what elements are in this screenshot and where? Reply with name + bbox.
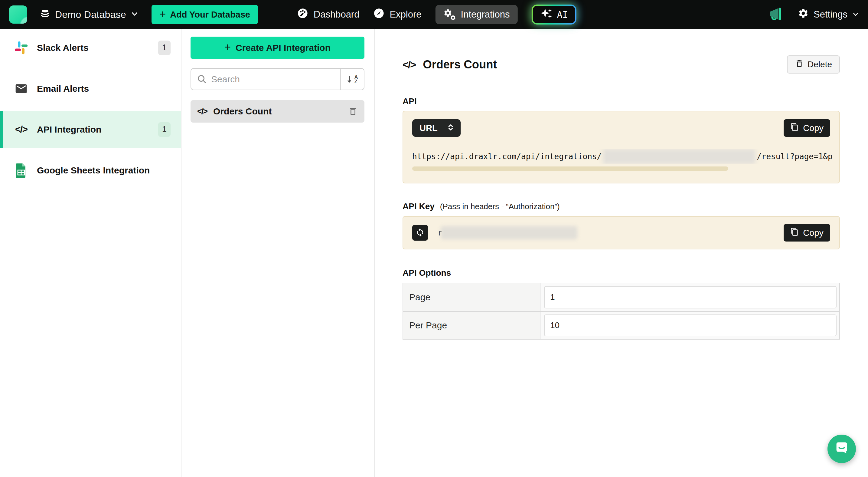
sidebar-item-google-sheets[interactable]: Google Sheets Integration xyxy=(0,152,181,189)
navbar-right: Settings xyxy=(769,7,859,22)
chat-bubble-icon xyxy=(834,440,849,457)
database-switcher[interactable]: Demo Database xyxy=(40,9,138,20)
nav-explore[interactable]: Explore xyxy=(373,8,421,21)
sidebar-item-api-integration[interactable]: </> API Integration 1 xyxy=(0,111,181,148)
database-icon xyxy=(40,9,50,20)
api-key-panel: r Copy xyxy=(403,216,840,249)
nav-integrations[interactable]: Integrations xyxy=(435,5,518,24)
delete-label: Delete xyxy=(807,60,832,69)
url-type-select[interactable]: URL xyxy=(412,119,461,137)
search-input[interactable] xyxy=(211,74,340,84)
count-badge: 1 xyxy=(158,122,170,137)
copy-icon xyxy=(790,123,799,133)
sort-az-letters: AZ xyxy=(354,75,358,84)
detail-header: </> Orders Count Delete xyxy=(403,55,840,73)
sidebar-item-label: Slack Alerts xyxy=(37,43,89,53)
table-row: Page xyxy=(403,283,839,311)
copy-url-button[interactable]: Copy xyxy=(784,119,830,137)
nav-ai-label: AI xyxy=(557,9,568,20)
chat-launcher[interactable] xyxy=(828,435,856,463)
sort-az-button[interactable]: AZ xyxy=(341,69,364,90)
integration-list-panel: + Create API Integration xyxy=(182,29,375,477)
sparkles-icon xyxy=(540,7,552,22)
add-database-label: Add Your Database xyxy=(170,10,250,20)
settings-label: Settings xyxy=(813,9,847,20)
api-key-section: API Key (Pass in headers - “Authorizatio… xyxy=(403,202,840,249)
redacted-api-key xyxy=(441,226,577,239)
settings-menu[interactable]: Settings xyxy=(798,8,859,21)
api-section-label: API xyxy=(403,96,840,106)
search-box: AZ xyxy=(190,68,365,90)
trash-icon xyxy=(795,59,804,70)
plus-icon: + xyxy=(159,9,166,20)
table-row: Per Page xyxy=(403,311,839,339)
page-layout: Slack Alerts 1 Email Alerts </> API Inte… xyxy=(0,29,868,477)
code-icon: </> xyxy=(197,107,207,116)
plus-icon: + xyxy=(224,41,231,54)
api-url-panel: URL Copy xyxy=(403,111,840,183)
sidebar-item-label: Google Sheets Integration xyxy=(37,165,150,176)
count-badge: 1 xyxy=(158,40,170,55)
list-item-label: Orders Count xyxy=(213,106,272,117)
api-key-value: r xyxy=(438,226,577,239)
sidebar-item-label: Email Alerts xyxy=(37,84,89,94)
option-label-per-page: Per Page xyxy=(403,312,540,339)
copy-label: Copy xyxy=(803,228,824,238)
page-input[interactable] xyxy=(544,286,837,308)
nav-ai[interactable]: AI xyxy=(532,4,577,25)
create-api-integration-button[interactable]: + Create API Integration xyxy=(190,37,365,59)
sort-arrow-icon xyxy=(347,76,353,83)
sidebar-item-label: API Integration xyxy=(37,124,101,135)
list-item-orders-count[interactable]: </> Orders Count xyxy=(190,100,365,123)
api-options-section: API Options Page Per Page xyxy=(403,268,840,339)
trash-icon[interactable] xyxy=(348,107,358,116)
api-options-table: Page Per Page xyxy=(403,283,840,339)
search-icon xyxy=(191,74,211,84)
nav-dashboard[interactable]: Dashboard xyxy=(297,8,360,21)
url-horizontal-scrollbar[interactable] xyxy=(412,167,728,171)
dashboard-icon xyxy=(297,8,308,21)
api-key-label: API Key xyxy=(403,202,435,211)
select-chevrons-icon xyxy=(447,123,455,132)
sidebar-item-slack-alerts[interactable]: Slack Alerts 1 xyxy=(0,29,181,66)
refresh-icon xyxy=(415,228,425,238)
nav-explore-label: Explore xyxy=(390,9,421,20)
copy-key-button[interactable]: Copy xyxy=(784,224,830,241)
api-key-hint: (Pass in headers - “Authorization”) xyxy=(440,202,560,211)
sidebar-item-email-alerts[interactable]: Email Alerts xyxy=(0,70,181,107)
api-url-value: https://api.draxlr.com/api/integrations/… xyxy=(412,149,839,164)
per-page-input[interactable] xyxy=(544,315,837,336)
announcements-megaphone-icon[interactable] xyxy=(769,7,786,22)
copy-icon xyxy=(790,228,799,238)
copy-label: Copy xyxy=(803,123,824,133)
google-sheets-icon xyxy=(13,163,29,178)
option-label-page: Page xyxy=(403,283,540,311)
url-type-value: URL xyxy=(420,123,438,133)
primary-nav: Dashboard Explore Integrations xyxy=(297,0,577,29)
integrations-sidebar: Slack Alerts 1 Email Alerts </> API Inte… xyxy=(0,29,182,477)
draxlr-logo[interactable] xyxy=(9,5,27,24)
redacted-url-token xyxy=(603,149,755,164)
top-navbar: Demo Database + Add Your Database xyxy=(0,0,868,29)
api-url-suffix: /result?page=1&p xyxy=(757,152,832,161)
api-section: API URL xyxy=(403,96,840,183)
api-options-label: API Options xyxy=(403,268,840,278)
create-api-integration-label: Create API Integration xyxy=(236,43,331,53)
delete-button[interactable]: Delete xyxy=(787,55,840,73)
integration-detail: </> Orders Count Delete API URL xyxy=(375,29,868,477)
page-title: Orders Count xyxy=(423,58,497,71)
compass-icon xyxy=(373,8,384,21)
api-url-prefix: https://api.draxlr.com/api/integrations/ xyxy=(412,152,601,161)
gear-icon xyxy=(798,8,809,21)
nav-dashboard-label: Dashboard xyxy=(314,9,360,20)
add-database-button[interactable]: + Add Your Database xyxy=(152,5,258,24)
slack-icon xyxy=(13,41,29,55)
chevron-down-icon xyxy=(131,10,138,19)
chevron-down-icon xyxy=(852,9,859,20)
regenerate-key-button[interactable] xyxy=(412,225,428,241)
nav-integrations-label: Integrations xyxy=(461,9,510,20)
database-name: Demo Database xyxy=(55,9,126,20)
app-root: Demo Database + Add Your Database xyxy=(0,0,868,477)
envelope-icon xyxy=(13,82,29,95)
gears-icon xyxy=(443,8,456,21)
